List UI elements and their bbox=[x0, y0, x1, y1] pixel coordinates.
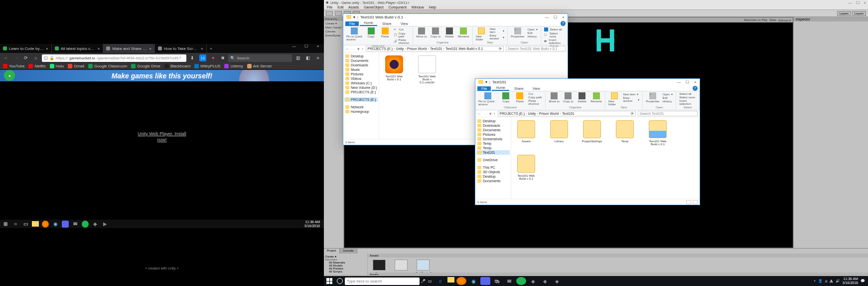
taskview-icon[interactable]: ▭ bbox=[22, 221, 29, 228]
search-box[interactable]: Search Text101 Web Build v 0.1 bbox=[506, 46, 566, 51]
crumb[interactable]: PROJECTS (E:) bbox=[368, 47, 393, 50]
close-tab-icon[interactable]: × bbox=[98, 46, 100, 51]
copy-button[interactable]: Copy bbox=[366, 27, 377, 38]
browser-tab[interactable]: How to Take Screenshots in W… × bbox=[155, 44, 207, 53]
breadcrumb-bar[interactable]: PROJECTS (E:)› Unity› Prison World› Text… bbox=[366, 46, 504, 51]
close-button[interactable]: × bbox=[562, 15, 565, 19]
file-item[interactable]: Library bbox=[547, 120, 571, 146]
start-button[interactable]: ⊞ bbox=[2, 221, 9, 228]
unity-install-link[interactable]: Unity Web Player. Install now! bbox=[138, 131, 186, 143]
steam-icon[interactable]: ◉ bbox=[468, 277, 478, 285]
nav-item[interactable]: Temp bbox=[476, 146, 510, 150]
file-item[interactable]: ProjectSettings bbox=[580, 120, 604, 146]
bookmark-item[interactable]: Gmail bbox=[68, 64, 84, 68]
nav-item[interactable]: Screenshots bbox=[476, 137, 510, 141]
breadcrumb-bar[interactable]: PROJECTS (E:)› Unity› Prison World› Text… bbox=[498, 111, 636, 116]
nav-item[interactable]: PROJECTS (E:) bbox=[344, 90, 378, 94]
hierarchy-item[interactable]: Canvas bbox=[324, 29, 343, 33]
ribbon-tab-view[interactable]: View bbox=[397, 21, 412, 26]
mail-icon[interactable]: ✉ bbox=[72, 221, 79, 228]
favorite-item[interactable]: All Scripts bbox=[325, 270, 366, 273]
move-to-button[interactable]: Move to bbox=[549, 92, 560, 103]
file-list[interactable]: AssetsLibraryProjectSettingsTempText101 … bbox=[511, 117, 700, 199]
nav-item[interactable]: Downloads bbox=[476, 123, 510, 128]
address-bar[interactable]: ⓘ 🔒 https://gamebucket.io/game/ca5ee7ef-… bbox=[42, 54, 186, 62]
nav-item[interactable]: OneDrive bbox=[476, 158, 510, 162]
nav-item[interactable]: Downloads bbox=[344, 63, 378, 67]
minimize-button[interactable]: — bbox=[677, 80, 681, 84]
help-icon[interactable]: ? bbox=[693, 86, 698, 91]
details-view-icon[interactable] bbox=[686, 200, 691, 204]
console-tab[interactable]: Console bbox=[340, 249, 357, 254]
mic-icon[interactable]: 🎤 bbox=[420, 279, 427, 284]
nav-item[interactable]: Desktop bbox=[476, 119, 510, 123]
nav-item[interactable]: Music bbox=[344, 67, 378, 72]
paste-button[interactable]: Paste bbox=[380, 27, 391, 38]
explorer-icon[interactable] bbox=[447, 277, 454, 283]
crumb[interactable]: Unity bbox=[528, 112, 536, 115]
screenshot-icon[interactable]: ▣ bbox=[219, 54, 226, 61]
delete-button[interactable]: ✕Delete bbox=[577, 92, 587, 103]
cut-button[interactable]: ✂Cut bbox=[394, 27, 410, 31]
menu-component[interactable]: Component bbox=[389, 5, 407, 9]
browser-tab[interactable]: All latest topics csd_s03_buil… × bbox=[52, 44, 104, 53]
open-button[interactable]: Open ▾ bbox=[663, 92, 673, 96]
crumb[interactable]: Text101 bbox=[562, 112, 575, 115]
steam-icon[interactable]: ◉ bbox=[52, 221, 59, 228]
icons-view-icon[interactable] bbox=[693, 200, 698, 204]
bookmark-item[interactable]: Udemy bbox=[224, 64, 243, 68]
open-button[interactable]: Open ▾ bbox=[528, 27, 538, 31]
maximize-button[interactable]: ☐ bbox=[686, 80, 689, 84]
new-item-button[interactable]: New item ▾ bbox=[490, 27, 505, 33]
create-dropdown[interactable]: Create ▾ bbox=[325, 255, 366, 258]
select-none-button[interactable]: Select none bbox=[679, 96, 696, 99]
bookmark-item[interactable]: Google Classroom bbox=[88, 64, 127, 68]
forward-button[interactable]: → bbox=[12, 54, 20, 62]
app-icon[interactable]: ◆ bbox=[92, 221, 99, 228]
library-icon[interactable]: ▥ bbox=[294, 54, 302, 62]
unity-icon[interactable]: ◈ bbox=[552, 277, 562, 285]
up-button[interactable]: ↑ bbox=[493, 111, 496, 116]
recent-button[interactable]: ▾ bbox=[489, 111, 492, 116]
properties-button[interactable]: ✓Properties bbox=[646, 92, 659, 103]
ribbon-tab-home[interactable]: Home bbox=[492, 85, 509, 91]
hierarchy-item[interactable]: Main Camer bbox=[324, 25, 343, 29]
browser-tab-active[interactable]: Make and Share games with Gam… × bbox=[103, 44, 155, 53]
nav-item[interactable]: New Volume (D:) bbox=[344, 85, 378, 90]
store-icon[interactable]: 🛍 bbox=[492, 277, 502, 285]
network-icon[interactable]: 🖧 bbox=[830, 280, 833, 283]
ribbon-tab-view[interactable]: View bbox=[529, 86, 544, 91]
pin-quick-access[interactable]: Pin to Quick access bbox=[478, 92, 497, 106]
file-item[interactable]: Text101 Web Build v 0.1 bbox=[514, 155, 538, 180]
close-tab-icon[interactable]: × bbox=[46, 46, 48, 51]
firefox-icon[interactable] bbox=[42, 221, 49, 228]
copy-to-button[interactable]: Copy to bbox=[430, 27, 441, 38]
edit-button[interactable]: Edit bbox=[528, 31, 538, 34]
maximize-on-play[interactable]: Maximize on Play bbox=[744, 18, 767, 21]
menu-assets[interactable]: Assets bbox=[348, 5, 359, 9]
properties-button[interactable]: ✓Properties bbox=[511, 27, 524, 38]
file-item[interactable]: Text101 Web Build v 0.1 bbox=[646, 120, 670, 146]
hierarchy-item[interactable]: EventSyste bbox=[324, 33, 343, 37]
volume-icon[interactable]: 🔊 bbox=[836, 279, 840, 283]
taskview-icon[interactable]: ▭ bbox=[427, 279, 434, 284]
recent-button[interactable]: ▾ bbox=[357, 46, 360, 51]
crumb[interactable]: PROJECTS (E:) bbox=[500, 112, 525, 115]
downloads-icon[interactable]: ⬇ bbox=[188, 54, 196, 62]
new-folder-button[interactable]: New folder bbox=[476, 27, 487, 41]
copy-button[interactable]: Copy bbox=[500, 92, 511, 103]
firefox-icon[interactable] bbox=[456, 277, 466, 285]
nav-item[interactable]: Desktop bbox=[344, 54, 378, 58]
copy-path-button[interactable]: 📋Copy path bbox=[394, 32, 410, 38]
hierarchy-create[interactable]: Create ▾ bbox=[324, 21, 343, 25]
rename-button[interactable]: Rename bbox=[590, 92, 602, 103]
move-tool[interactable] bbox=[335, 11, 342, 16]
close-button[interactable]: × bbox=[694, 80, 697, 84]
minimize-button[interactable]: — bbox=[288, 44, 300, 53]
up-button[interactable]: ↑ bbox=[361, 46, 364, 51]
file-item[interactable]: Assets bbox=[514, 120, 538, 146]
menu-icon[interactable]: ≡ bbox=[314, 54, 322, 62]
action-center-icon[interactable]: 💬 bbox=[861, 279, 865, 283]
menu-gameobject[interactable]: GameObject bbox=[364, 5, 383, 9]
crumb[interactable]: Prison World bbox=[407, 47, 427, 50]
